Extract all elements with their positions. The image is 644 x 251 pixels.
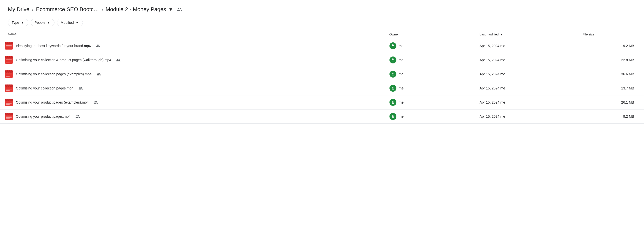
file-size-cell: 9.2 MB <box>580 39 644 53</box>
owner-avatar <box>390 85 396 92</box>
owner-name: me <box>399 86 404 90</box>
file-modified-cell: Apr 15, 2024 me <box>476 53 580 67</box>
file-name-cell: Identifying the best keywords for your b… <box>0 39 386 53</box>
file-name-text: Optimising your product pages (examples)… <box>16 100 89 104</box>
svg-rect-15 <box>6 62 10 63</box>
file-name-text: Optimising your product pages.mp4 <box>16 114 70 118</box>
file-owner-cell: me <box>386 67 476 81</box>
file-owner-cell: me <box>386 95 476 110</box>
col-header-filesize: File size <box>580 30 644 39</box>
owner-name: me <box>399 58 404 62</box>
file-owner-cell: me <box>386 110 476 124</box>
people-filter-chevron-icon: ▾ <box>47 21 51 25</box>
table-row[interactable]: Identifying the best keywords for your b… <box>0 39 644 53</box>
svg-rect-45 <box>6 116 12 116</box>
table-row[interactable]: Optimising your product pages (examples)… <box>0 95 644 110</box>
owner-avatar <box>390 57 396 63</box>
video-file-icon <box>5 70 13 78</box>
svg-rect-29 <box>6 88 12 88</box>
video-file-icon <box>5 56 13 64</box>
shared-people-icon <box>96 44 100 48</box>
owner-avatar <box>390 71 396 78</box>
shared-people-icon <box>78 86 83 90</box>
owner-name: me <box>399 114 404 118</box>
svg-rect-30 <box>6 89 12 89</box>
breadcrumb-separator-2: › <box>102 7 103 13</box>
filters-bar: Type ▾ People ▾ Modified ▾ <box>0 17 644 30</box>
file-size-cell: 13.7 MB <box>580 81 644 95</box>
breadcrumb-share-people-icon[interactable] <box>176 6 183 13</box>
owner-name: me <box>399 72 404 76</box>
breadcrumb: My Drive › Ecommerce SEO Bootc… › Module… <box>0 0 644 17</box>
file-owner-cell: me <box>386 81 476 95</box>
file-modified-cell: Apr 15, 2024 me <box>476 110 580 124</box>
table-row[interactable]: Optimising your collection pages (exampl… <box>0 67 644 81</box>
svg-rect-6 <box>6 47 12 47</box>
type-filter-chevron-icon: ▾ <box>20 21 24 25</box>
video-file-icon <box>5 113 13 120</box>
breadcrumb-current-folder: Module 2 - Money Pages ▾ <box>106 6 183 13</box>
file-name-text: Identifying the best keywords for your b… <box>16 44 91 48</box>
breadcrumb-current-label: Module 2 - Money Pages <box>106 6 166 13</box>
file-modified-cell: Apr 15, 2024 me <box>476 95 580 110</box>
people-filter-label: People <box>34 21 45 25</box>
svg-rect-46 <box>6 117 12 118</box>
type-filter-button[interactable]: Type ▾ <box>8 19 28 26</box>
file-name-text: Optimising your collection pages.mp4 <box>16 86 74 90</box>
modified-filter-label: Modified <box>61 21 74 25</box>
svg-rect-22 <box>6 75 12 75</box>
file-modified-cell: Apr 15, 2024 me <box>476 39 580 53</box>
breadcrumb-dropdown-icon[interactable]: ▾ <box>168 7 173 12</box>
svg-rect-13 <box>6 60 12 60</box>
file-name-cell: Optimising your product pages.mp4 <box>0 110 386 124</box>
file-name-text: Optimising your collection pages (exampl… <box>16 72 92 76</box>
modified-filter-chevron-icon: ▾ <box>75 21 79 25</box>
file-size-cell: 26.1 MB <box>580 95 644 110</box>
video-file-icon <box>5 42 13 50</box>
video-file-icon <box>5 98 13 106</box>
col-header-name[interactable]: Name ↑ <box>0 30 386 39</box>
file-name-cell: Optimising your collection & product pag… <box>0 53 386 67</box>
svg-rect-14 <box>6 61 12 61</box>
svg-rect-7 <box>6 48 10 48</box>
file-size-cell: 22.8 MB <box>580 53 644 67</box>
svg-rect-31 <box>6 90 10 91</box>
table-row[interactable]: Optimising your product pages.mp4meApr 1… <box>0 110 644 124</box>
shared-people-icon <box>116 58 120 62</box>
owner-avatar <box>390 99 396 106</box>
owner-name: me <box>399 100 404 104</box>
svg-rect-23 <box>6 76 10 77</box>
modified-filter-button[interactable]: Modified ▾ <box>57 19 83 26</box>
video-file-icon <box>5 84 13 92</box>
modified-sort-icon: ▾ <box>501 33 502 36</box>
svg-rect-37 <box>6 102 12 102</box>
sort-up-icon: ↑ <box>18 33 20 36</box>
file-size-cell: 9.2 MB <box>580 110 644 124</box>
shared-people-icon <box>76 114 80 119</box>
table-row[interactable]: Optimising your collection & product pag… <box>0 53 644 67</box>
file-name-cell: Optimising your product pages (examples)… <box>0 95 386 110</box>
file-size-cell: 36.6 MB <box>580 67 644 81</box>
type-filter-label: Type <box>12 21 19 25</box>
svg-rect-39 <box>6 104 10 105</box>
file-owner-cell: me <box>386 53 476 67</box>
shared-people-icon <box>96 72 101 76</box>
svg-rect-5 <box>6 45 12 46</box>
breadcrumb-item-ecommerce[interactable]: Ecommerce SEO Bootc… <box>36 6 99 13</box>
file-name-cell: Optimising your collection pages (exampl… <box>0 67 386 81</box>
owner-name: me <box>399 44 404 48</box>
owner-avatar <box>390 42 396 49</box>
col-header-modified[interactable]: Last modified ▾ <box>476 30 580 39</box>
people-filter-button[interactable]: People ▾ <box>31 19 54 26</box>
svg-rect-38 <box>6 103 12 104</box>
table-row[interactable]: Optimising your collection pages.mp4meAp… <box>0 81 644 95</box>
file-modified-cell: Apr 15, 2024 me <box>476 81 580 95</box>
file-table: Name ↑ Owner Last modified ▾ File size <box>0 30 644 124</box>
file-name-text: Optimising your collection & product pag… <box>16 58 111 62</box>
breadcrumb-item-mydrive[interactable]: My Drive <box>8 6 30 13</box>
file-modified-cell: Apr 15, 2024 me <box>476 67 580 81</box>
shared-people-icon <box>94 100 98 105</box>
table-header-row: Name ↑ Owner Last modified ▾ File size <box>0 30 644 39</box>
col-header-owner: Owner <box>386 30 476 39</box>
file-owner-cell: me <box>386 39 476 53</box>
